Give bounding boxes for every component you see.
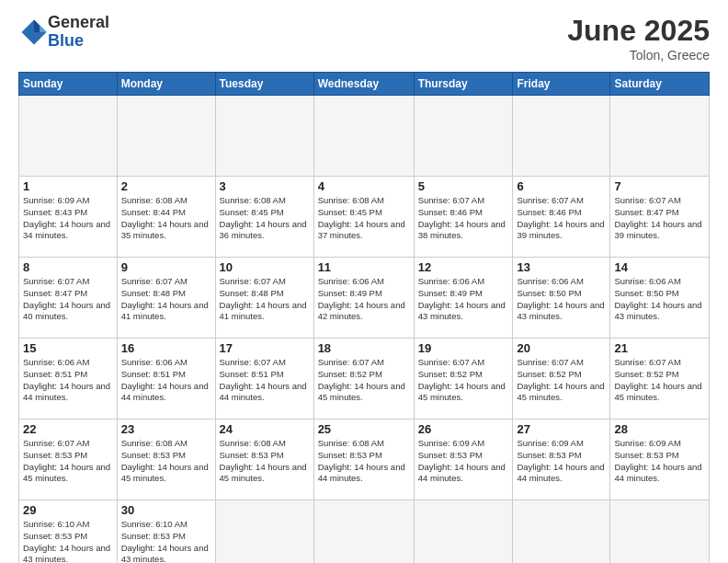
day-number: 27: [517, 422, 606, 436]
table-row: 4 Sunrise: 6:08 AM Sunset: 8:45 PM Dayli…: [313, 177, 414, 258]
day-number: 19: [418, 341, 509, 355]
calendar-body: 1 Sunrise: 6:09 AM Sunset: 8:43 PM Dayli…: [19, 96, 710, 564]
col-tuesday: Tuesday: [215, 73, 313, 96]
table-row: 9 Sunrise: 6:07 AM Sunset: 8:48 PM Dayli…: [117, 258, 215, 339]
logo-icon: [20, 18, 48, 46]
day-info: Sunrise: 6:07 AM Sunset: 8:48 PM Dayligh…: [220, 276, 310, 323]
logo-text: General Blue: [48, 14, 109, 51]
day-number: 25: [318, 422, 410, 436]
svg-marker-2: [40, 25, 47, 32]
header-row: Sunday Monday Tuesday Wednesday Thursday…: [19, 73, 710, 96]
location: Tolon, Greece: [567, 48, 710, 63]
table-row: 28 Sunrise: 6:09 AM Sunset: 8:53 PM Dayl…: [610, 419, 710, 500]
table-row: [610, 96, 710, 177]
day-number: 3: [220, 179, 310, 193]
day-info: Sunrise: 6:08 AM Sunset: 8:45 PM Dayligh…: [220, 195, 310, 242]
day-number: 20: [517, 341, 606, 355]
col-saturday: Saturday: [610, 73, 710, 96]
day-info: Sunrise: 6:06 AM Sunset: 8:50 PM Dayligh…: [614, 276, 705, 323]
day-number: 15: [23, 341, 113, 355]
table-row: [313, 500, 414, 564]
day-info: Sunrise: 6:09 AM Sunset: 8:53 PM Dayligh…: [418, 438, 509, 485]
day-info: Sunrise: 6:06 AM Sunset: 8:49 PM Dayligh…: [418, 276, 509, 323]
table-row: [610, 500, 710, 564]
table-row: 18 Sunrise: 6:07 AM Sunset: 8:52 PM Dayl…: [313, 339, 414, 419]
day-number: 6: [517, 179, 606, 193]
day-number: 29: [23, 503, 113, 517]
table-row: 20 Sunrise: 6:07 AM Sunset: 8:52 PM Dayl…: [513, 339, 610, 419]
day-info: Sunrise: 6:07 AM Sunset: 8:51 PM Dayligh…: [220, 357, 310, 404]
day-info: Sunrise: 6:06 AM Sunset: 8:51 PM Dayligh…: [23, 357, 113, 404]
table-row: [513, 500, 610, 564]
day-info: Sunrise: 6:08 AM Sunset: 8:53 PM Dayligh…: [220, 438, 310, 485]
table-row: 27 Sunrise: 6:09 AM Sunset: 8:53 PM Dayl…: [513, 419, 610, 500]
day-number: 1: [23, 179, 113, 193]
table-row: 30 Sunrise: 6:10 AM Sunset: 8:53 PM Dayl…: [117, 500, 215, 564]
header: General Blue June 2025 Tolon, Greece: [18, 14, 710, 63]
table-row: [414, 500, 513, 564]
col-thursday: Thursday: [414, 73, 513, 96]
day-info: Sunrise: 6:08 AM Sunset: 8:53 PM Dayligh…: [121, 438, 211, 485]
day-info: Sunrise: 6:08 AM Sunset: 8:53 PM Dayligh…: [318, 438, 410, 485]
table-row: 14 Sunrise: 6:06 AM Sunset: 8:50 PM Dayl…: [610, 258, 710, 339]
day-info: Sunrise: 6:09 AM Sunset: 8:53 PM Dayligh…: [517, 438, 606, 485]
table-row: [117, 96, 215, 177]
day-number: 17: [220, 341, 310, 355]
day-info: Sunrise: 6:07 AM Sunset: 8:52 PM Dayligh…: [614, 357, 705, 404]
day-number: 7: [614, 179, 705, 193]
day-info: Sunrise: 6:08 AM Sunset: 8:44 PM Dayligh…: [121, 195, 211, 242]
table-row: [19, 96, 118, 177]
day-info: Sunrise: 6:10 AM Sunset: 8:53 PM Dayligh…: [121, 519, 211, 563]
table-row: [313, 96, 414, 177]
day-number: 8: [23, 260, 113, 274]
day-info: Sunrise: 6:07 AM Sunset: 8:52 PM Dayligh…: [517, 357, 606, 404]
col-monday: Monday: [117, 73, 215, 96]
day-number: 26: [418, 422, 509, 436]
day-number: 23: [121, 422, 211, 436]
table-row: 10 Sunrise: 6:07 AM Sunset: 8:48 PM Dayl…: [215, 258, 313, 339]
table-row: 25 Sunrise: 6:08 AM Sunset: 8:53 PM Dayl…: [313, 419, 414, 500]
col-sunday: Sunday: [19, 73, 118, 96]
table-row: 29 Sunrise: 6:10 AM Sunset: 8:53 PM Dayl…: [19, 500, 118, 564]
day-number: 11: [318, 260, 410, 274]
day-number: 24: [220, 422, 310, 436]
day-info: Sunrise: 6:07 AM Sunset: 8:53 PM Dayligh…: [23, 438, 113, 485]
day-number: 18: [318, 341, 410, 355]
table-row: 22 Sunrise: 6:07 AM Sunset: 8:53 PM Dayl…: [19, 419, 118, 500]
table-row: 7 Sunrise: 6:07 AM Sunset: 8:47 PM Dayli…: [610, 177, 710, 258]
table-row: 2 Sunrise: 6:08 AM Sunset: 8:44 PM Dayli…: [117, 177, 215, 258]
day-number: 16: [121, 341, 211, 355]
day-number: 22: [23, 422, 113, 436]
day-info: Sunrise: 6:06 AM Sunset: 8:51 PM Dayligh…: [121, 357, 211, 404]
table-row: 21 Sunrise: 6:07 AM Sunset: 8:52 PM Dayl…: [610, 339, 710, 419]
day-number: 2: [121, 179, 211, 193]
table-row: 24 Sunrise: 6:08 AM Sunset: 8:53 PM Dayl…: [215, 419, 313, 500]
day-number: 5: [418, 179, 509, 193]
table-row: [513, 96, 610, 177]
table-row: 11 Sunrise: 6:06 AM Sunset: 8:49 PM Dayl…: [313, 258, 414, 339]
day-info: Sunrise: 6:07 AM Sunset: 8:46 PM Dayligh…: [418, 195, 509, 242]
day-info: Sunrise: 6:08 AM Sunset: 8:45 PM Dayligh…: [318, 195, 410, 242]
day-info: Sunrise: 6:06 AM Sunset: 8:49 PM Dayligh…: [318, 276, 410, 323]
logo-general-text: General: [48, 14, 109, 32]
day-info: Sunrise: 6:09 AM Sunset: 8:53 PM Dayligh…: [614, 438, 705, 485]
table-row: 15 Sunrise: 6:06 AM Sunset: 8:51 PM Dayl…: [19, 339, 118, 419]
table-row: [414, 96, 513, 177]
table-row: 26 Sunrise: 6:09 AM Sunset: 8:53 PM Dayl…: [414, 419, 513, 500]
day-number: 4: [318, 179, 410, 193]
page: General Blue June 2025 Tolon, Greece Sun…: [0, 0, 728, 563]
day-number: 9: [121, 260, 211, 274]
title-area: June 2025 Tolon, Greece: [567, 14, 710, 63]
table-row: 16 Sunrise: 6:06 AM Sunset: 8:51 PM Dayl…: [117, 339, 215, 419]
day-number: 12: [418, 260, 509, 274]
table-row: 5 Sunrise: 6:07 AM Sunset: 8:46 PM Dayli…: [414, 177, 513, 258]
table-row: [215, 96, 313, 177]
table-row: 1 Sunrise: 6:09 AM Sunset: 8:43 PM Dayli…: [19, 177, 118, 258]
table-row: 23 Sunrise: 6:08 AM Sunset: 8:53 PM Dayl…: [117, 419, 215, 500]
day-info: Sunrise: 6:07 AM Sunset: 8:48 PM Dayligh…: [121, 276, 211, 323]
day-number: 21: [614, 341, 705, 355]
day-info: Sunrise: 6:07 AM Sunset: 8:46 PM Dayligh…: [517, 195, 606, 242]
table-row: 12 Sunrise: 6:06 AM Sunset: 8:49 PM Dayl…: [414, 258, 513, 339]
day-info: Sunrise: 6:07 AM Sunset: 8:52 PM Dayligh…: [418, 357, 509, 404]
table-row: 17 Sunrise: 6:07 AM Sunset: 8:51 PM Dayl…: [215, 339, 313, 419]
